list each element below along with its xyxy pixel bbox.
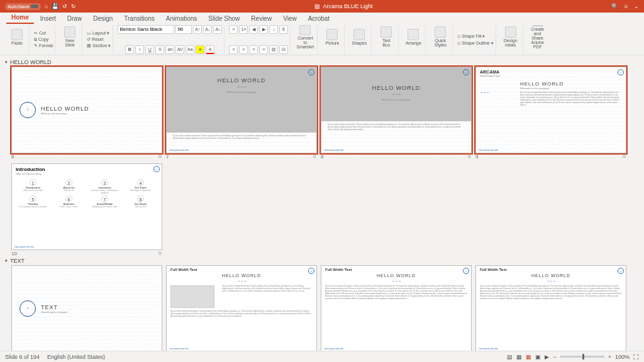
underline-icon[interactable]: U [145,45,154,54]
decrease-font-icon[interactable]: A↓ [203,25,212,34]
tab-design[interactable]: Design [88,13,118,24]
zoom-out-icon[interactable]: − [553,354,556,360]
adobe-pdf-button[interactable]: Create and Share Adobe PDF [528,25,548,49]
tab-review[interactable]: Review [246,13,277,24]
slide-thumbnail[interactable]: BUSINESS NAME BUSINESS NAME BUSINESS NAM… [11,67,162,160]
tab-insert[interactable]: Insert [35,13,61,24]
slide-thumbnail[interactable]: ›IntroductionWhat we will see today1Intr… [11,163,162,256]
picture-button[interactable]: Picture [322,25,342,49]
slide-action-icon[interactable]: › [463,268,469,274]
slide-number: 10 [11,251,17,256]
transition-icon: ✻ [158,154,162,160]
section-header[interactable]: ▾HELLO WORLD [5,59,639,65]
slide-action-icon[interactable]: › [463,69,469,75]
tab-animations[interactable]: Animations [161,13,202,24]
smartart-button[interactable]: Convert to SmartArt [295,25,315,49]
undo-icon[interactable]: ↺ [62,3,67,9]
quick-styles-button[interactable]: Quick Styles [430,25,450,49]
slide-count: Slide 6 of 194 [5,354,40,360]
bullets-icon[interactable]: ≡ [229,25,238,34]
tab-draw[interactable]: Draw [62,13,87,24]
columns-icon[interactable]: ▥ [269,45,278,54]
section-button[interactable]: ▤ Section ▾ [87,43,111,49]
normal-view-icon[interactable]: ▦ [516,354,522,360]
zoom-in-icon[interactable]: + [608,354,611,360]
shapes-button[interactable]: Shapes [349,25,369,49]
section-header[interactable]: ▾TEXT [5,258,639,264]
slide-action-icon[interactable]: › [618,69,624,75]
bold-icon[interactable]: B [125,45,134,54]
slide-action-icon[interactable]: › [153,166,160,172]
slide-thumbnail[interactable]: BUSINESS NAME BUSINESS NAME BUSINESS NAM… [11,265,162,351]
slide-action-icon[interactable]: › [308,69,314,75]
shape-outline-button[interactable]: ◇ Shape Outline ▾ [457,40,493,47]
case-icon[interactable]: Aa [186,45,194,54]
slide-sorter[interactable]: ▾HELLO WORLDBUSINESS NAME BUSINESS NAME … [0,55,644,351]
save-icon[interactable]: 💾 [52,3,58,9]
chevron-down-icon[interactable]: ⌄ [634,3,639,9]
layout-button[interactable]: ▭ Layout ▾ [87,30,111,36]
doc-icon: ▧ [314,3,320,9]
outdent-icon[interactable]: ◀ [249,25,258,34]
font-size-select[interactable] [175,25,192,34]
sorter-view-icon[interactable]: ▦ [526,354,531,360]
highlight-icon[interactable]: A [196,45,204,54]
shape-fill-button[interactable]: ◇ Shape Fill ▾ [457,33,493,40]
tab-transitions[interactable]: Transitions [119,13,160,24]
tab-slide-show[interactable]: Slide Show [203,13,245,24]
slide-number: 8 [321,154,323,160]
notes-button[interactable]: ▤ [507,354,513,360]
increase-font-icon[interactable]: A↑ [193,25,202,34]
slide-thumbnail[interactable]: HELLO WORLD～～～Welcome to our company!›BU… [321,67,472,160]
redo-icon[interactable]: ↻ [71,3,76,9]
copy-button[interactable]: ⧉ Copy [34,36,53,43]
slide-action-icon[interactable]: › [308,268,314,274]
numbering-icon[interactable]: 1≡ [239,25,248,34]
strike-icon[interactable]: S [155,45,164,54]
reading-view-icon[interactable]: ▣ [535,354,541,360]
tab-home[interactable]: Home [6,12,34,24]
new-slide-button[interactable]: New Slide [60,25,80,49]
home-icon[interactable]: ⌂ [45,3,48,9]
clear-format-icon[interactable]: Aₓ [213,25,222,34]
slide-thumbnail[interactable]: BUSINESS NAME BUSINESS NAME BUSINESS NAM… [475,67,626,160]
language-status[interactable]: English (United States) [47,354,105,360]
text-direction-icon[interactable]: ⇅ [279,25,288,34]
slide-thumbnail[interactable]: HELLO WORLD～～～Welcome to our company!›BU… [166,67,317,160]
align-text-icon[interactable]: ⊟ [279,45,288,54]
textbox-button[interactable]: Text Box [376,25,396,49]
font-family-select[interactable] [118,25,174,34]
italic-icon[interactable]: I [135,45,144,54]
font-color-icon[interactable]: A [206,45,214,54]
format-painter-button[interactable]: ✎ Format [34,43,53,49]
slide-thumbnail[interactable]: ›Full Width TextHELLO WORLD～～～Qui ea eve… [321,265,472,351]
align-center-icon[interactable]: ≡ [239,45,248,54]
paste-button[interactable]: Paste [7,25,27,49]
cut-button[interactable]: ✂ Cut [34,30,53,36]
search-icon[interactable]: 🔍 [611,3,618,9]
align-left-icon[interactable]: ≡ [229,45,238,54]
arrange-button[interactable]: Arrange [403,25,423,49]
autosave-toggle[interactable]: AutoSave [5,3,41,10]
slideshow-view-icon[interactable]: ▶ [545,354,549,360]
slide-number: 9 [475,154,478,160]
slide-thumbnail[interactable]: ›Full Width TextHELLO WORLD～～～Qui ea eve… [166,265,317,351]
slide-thumbnail[interactable]: ›Full Width TextHELLO WORLD～～～Qui ea eve… [475,265,626,351]
fit-icon[interactable]: ⛶ [633,354,639,360]
tab-acrobat[interactable]: Acrobat [303,13,335,24]
reset-button[interactable]: ↺ Reset [87,36,111,43]
indent-icon[interactable]: ▶ [259,25,268,34]
spacing-icon[interactable]: AV [175,45,184,54]
shadow-icon[interactable]: ab [165,45,174,54]
collapse-icon[interactable]: ▾ [5,258,8,263]
collapse-icon[interactable]: ▾ [5,60,8,65]
align-right-icon[interactable]: ≡ [249,45,258,54]
design-ideas-button[interactable]: Design Ideas [501,25,521,49]
user-icon[interactable]: ☺ [623,3,629,9]
zoom-level[interactable]: 100% [615,354,630,360]
zoom-slider[interactable] [560,356,604,358]
slide-action-icon[interactable]: › [618,268,624,274]
justify-icon[interactable]: ≡ [259,45,268,54]
tab-view[interactable]: View [278,13,302,24]
line-spacing-icon[interactable]: ↕ [269,25,278,34]
